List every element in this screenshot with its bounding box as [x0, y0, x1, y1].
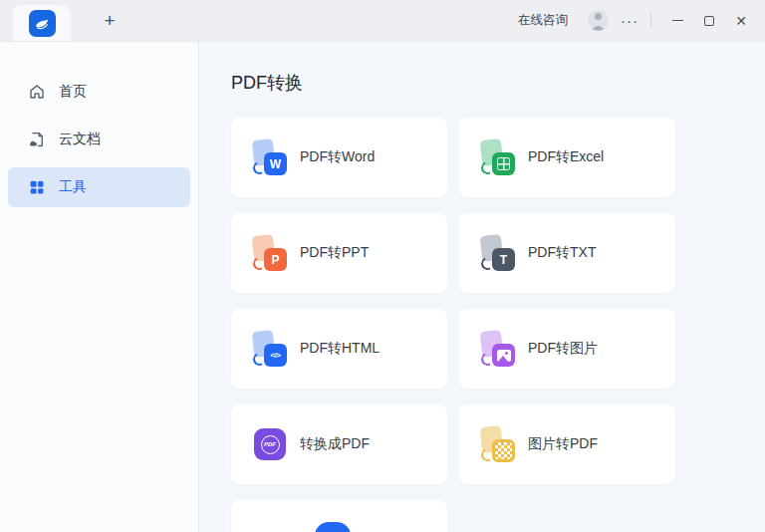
- image-to-pdf-icon: [481, 426, 515, 462]
- icon-glyph: T: [500, 253, 507, 267]
- tool-card-pdf-to-txt[interactable]: T PDF转TXT: [459, 213, 675, 293]
- more-menu-icon[interactable]: ···: [621, 12, 638, 29]
- tool-card-grid: W PDF转Word PDF转Excel P PDF: [231, 118, 765, 532]
- minimize-icon: [672, 20, 683, 21]
- sidebar-item-cloud-docs[interactable]: 云文档: [8, 120, 190, 159]
- tool-card-image-to-pdf[interactable]: 图片转PDF: [459, 404, 675, 484]
- titlebar: + 在线咨询 ··· ✕: [0, 0, 765, 42]
- icon-glyph: PDF: [261, 435, 280, 454]
- icon-glyph: </>: [270, 351, 280, 360]
- convert-to-pdf-icon: PDF: [253, 426, 287, 462]
- pdf-to-ppt-icon: P: [253, 235, 287, 271]
- online-service-link[interactable]: 在线咨询: [518, 12, 568, 29]
- tool-card-label: 转换成PDF: [300, 435, 370, 453]
- titlebar-divider: [650, 13, 651, 28]
- tool-card-partial[interactable]: [231, 500, 447, 532]
- tool-card-label: PDF转TXT: [528, 244, 596, 262]
- tool-card-pdf-to-excel[interactable]: PDF转Excel: [459, 118, 675, 197]
- tool-card-pdf-to-image[interactable]: PDF转图片: [459, 309, 675, 389]
- pdf-to-html-icon: </>: [253, 331, 287, 367]
- cloud-doc-icon: [28, 131, 46, 148]
- pdf-to-txt-icon: T: [481, 235, 515, 271]
- tool-card-label: PDF转Excel: [528, 148, 604, 166]
- maximize-icon: [704, 16, 714, 26]
- tool-card-label: PDF转PPT: [300, 244, 369, 262]
- tool-card-pdf-to-html[interactable]: </> PDF转HTML: [231, 309, 447, 389]
- pdf-to-excel-icon: [481, 139, 515, 175]
- maximize-button[interactable]: [695, 7, 723, 35]
- tool-card-label: PDF转图片: [528, 340, 598, 358]
- icon-glyph: P: [271, 253, 279, 267]
- tool-card-label: 图片转PDF: [528, 435, 598, 453]
- user-avatar[interactable]: [588, 10, 609, 31]
- app-tab[interactable]: [13, 5, 71, 41]
- main-content: PDF转换 W PDF转Word PDF转Excel: [199, 42, 765, 532]
- app-window: + 在线咨询 ··· ✕ 首页: [0, 0, 765, 532]
- sidebar-item-label: 工具: [59, 178, 87, 196]
- sidebar-item-home[interactable]: 首页: [8, 72, 190, 112]
- close-button[interactable]: ✕: [727, 7, 755, 35]
- sidebar-item-label: 云文档: [59, 131, 101, 148]
- pdf-to-word-icon: W: [253, 139, 287, 175]
- new-tab-button[interactable]: +: [97, 8, 123, 34]
- page-title: PDF转换: [231, 70, 765, 96]
- partial-tool-icon: [315, 522, 351, 532]
- sidebar-item-label: 首页: [59, 83, 87, 101]
- home-icon: [28, 83, 46, 101]
- tool-card-label: PDF转Word: [300, 148, 375, 166]
- pdf-to-image-icon: [481, 331, 515, 367]
- tool-card-pdf-to-word[interactable]: W PDF转Word: [231, 118, 447, 197]
- tool-card-convert-to-pdf[interactable]: PDF 转换成PDF: [231, 404, 447, 484]
- grid-icon: [28, 178, 46, 196]
- tool-card-label: PDF转HTML: [300, 340, 380, 358]
- minimize-button[interactable]: [663, 7, 691, 35]
- tool-card-pdf-to-ppt[interactable]: P PDF转PPT: [231, 213, 447, 293]
- sidebar-item-tools[interactable]: 工具: [8, 167, 190, 207]
- icon-glyph: W: [270, 157, 281, 171]
- app-body: 首页 云文档: [0, 42, 765, 532]
- app-logo-icon: [29, 10, 56, 37]
- sidebar: 首页 云文档: [0, 42, 199, 532]
